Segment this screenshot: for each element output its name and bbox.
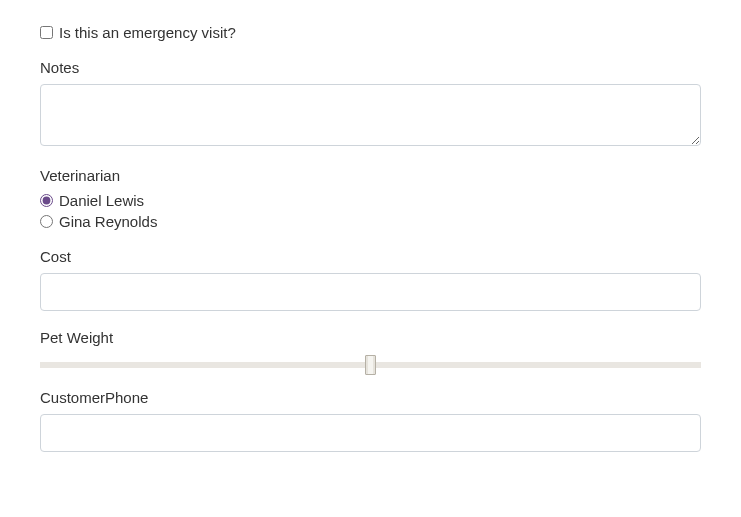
emergency-checkbox[interactable]	[40, 26, 53, 39]
customer-phone-field: CustomerPhone	[40, 389, 701, 452]
cost-label: Cost	[40, 248, 701, 265]
veterinarian-option: Gina Reynolds	[40, 213, 701, 230]
veterinarian-option: Daniel Lewis	[40, 192, 701, 209]
emergency-field: Is this an emergency visit?	[40, 24, 701, 41]
veterinarian-radio-daniel-lewis[interactable]	[40, 194, 53, 207]
veterinarian-radio-group: Daniel Lewis Gina Reynolds	[40, 192, 701, 230]
veterinarian-radio-gina-reynolds[interactable]	[40, 215, 53, 228]
pet-weight-label: Pet Weight	[40, 329, 701, 346]
veterinarian-field: Veterinarian Daniel Lewis Gina Reynolds	[40, 167, 701, 230]
notes-field: Notes	[40, 59, 701, 149]
pet-weight-slider[interactable]	[40, 362, 701, 368]
veterinarian-label: Veterinarian	[40, 167, 701, 184]
veterinarian-option-label: Gina Reynolds	[59, 213, 157, 230]
customer-phone-label: CustomerPhone	[40, 389, 701, 406]
customer-phone-input[interactable]	[40, 414, 701, 452]
cost-field: Cost	[40, 248, 701, 311]
veterinarian-option-label: Daniel Lewis	[59, 192, 144, 209]
pet-weight-field: Pet Weight	[40, 329, 701, 371]
cost-input[interactable]	[40, 273, 701, 311]
notes-textarea[interactable]	[40, 84, 701, 146]
notes-label: Notes	[40, 59, 701, 76]
emergency-label: Is this an emergency visit?	[59, 24, 236, 41]
